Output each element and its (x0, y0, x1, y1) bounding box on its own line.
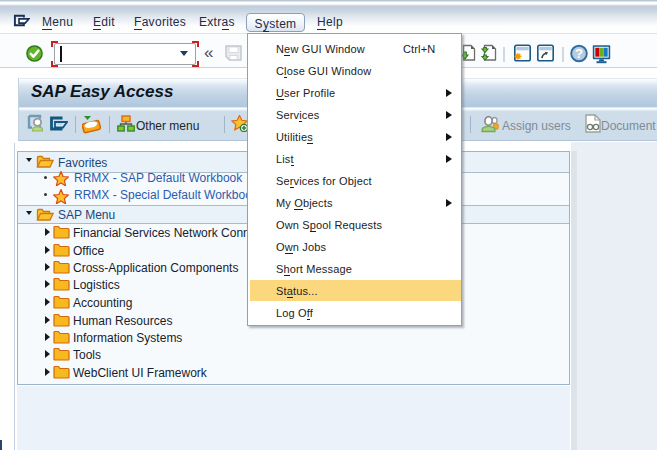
svg-text:?: ? (575, 46, 583, 61)
